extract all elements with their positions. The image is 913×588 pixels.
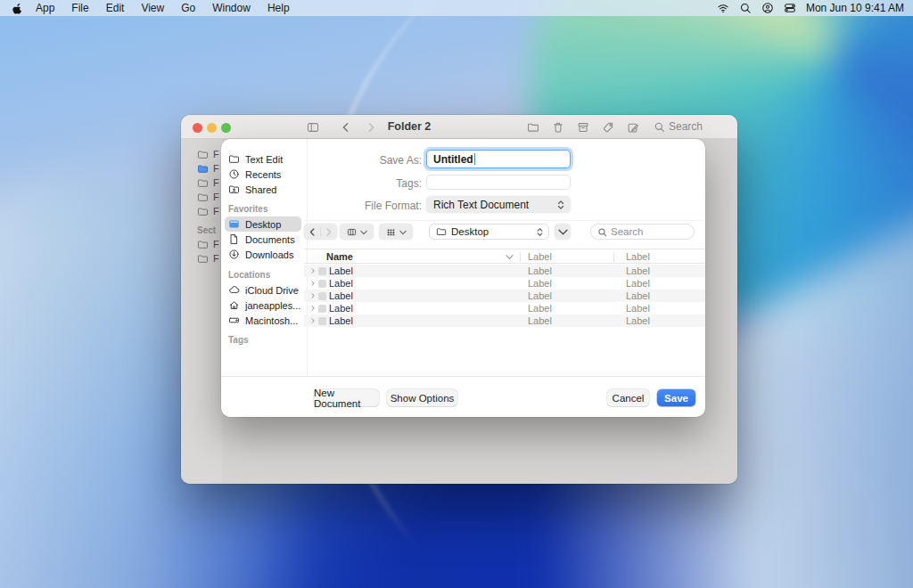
menu-item[interactable]: File: [71, 2, 88, 14]
cell-label2: Label: [528, 265, 552, 276]
compose-icon[interactable]: [627, 121, 639, 134]
forward-button[interactable]: [321, 224, 337, 240]
sidebar-folder-label: F: [213, 163, 219, 174]
sidebar-folder-label: F: [213, 149, 219, 159]
chevron-down-icon: [399, 224, 407, 240]
sidebar-folder-item[interactable]: F: [181, 190, 222, 204]
expand-button[interactable]: [555, 224, 571, 240]
sidebar-item[interactable]: Recents: [225, 167, 301, 182]
download-icon: [228, 249, 240, 260]
sidebar-toggle-icon[interactable]: [307, 121, 319, 134]
search-icon[interactable]: [739, 2, 752, 14]
browser-search[interactable]: Search: [590, 224, 695, 240]
sidebar-item-label: Macintosh...: [245, 315, 298, 326]
file-format-dropdown[interactable]: Rich Text Document: [426, 196, 571, 213]
table-row[interactable]: Label Label Label: [304, 265, 705, 277]
cell-label2: Label: [528, 278, 552, 289]
sidebar-folder-item[interactable]: F: [181, 161, 222, 176]
minimize-button[interactable]: [207, 123, 217, 133]
column-divider: [520, 252, 521, 262]
sidebar-item[interactable]: Desktop: [225, 216, 301, 232]
save-dialog: Text Edit Recents Shared Favorites: [221, 139, 705, 417]
trash-icon[interactable]: [552, 121, 564, 134]
text-caret: [474, 153, 476, 165]
window-search[interactable]: Search: [654, 120, 703, 133]
menu-item[interactable]: Edit: [106, 2, 125, 14]
sidebar-folder-item[interactable]: F: [181, 251, 222, 265]
disclosure-chevron-icon[interactable]: [309, 280, 317, 287]
window-sidebar-items: F F F F: [181, 147, 222, 218]
menu-clock[interactable]: Mon Jun 10 9:41 AM: [806, 2, 904, 14]
sidebar-folder-item[interactable]: F: [181, 147, 222, 161]
column-view-icon: [347, 227, 357, 237]
sidebar-top-items: Text Edit Recents Shared: [221, 151, 307, 197]
column-header-name[interactable]: Name: [326, 251, 353, 262]
sidebar-item[interactable]: janeapples...: [225, 298, 301, 313]
sort-chevron-icon[interactable]: [506, 253, 514, 261]
sidebar-item[interactable]: Documents: [225, 232, 301, 247]
zoom-button[interactable]: [221, 123, 231, 133]
location-dropdown[interactable]: Desktop: [429, 224, 549, 240]
search-placeholder: Search: [669, 120, 703, 133]
menu-item[interactable]: Help: [267, 2, 290, 14]
new-document-button[interactable]: New Document: [314, 389, 379, 406]
window-sidebar-section-items: F F: [181, 237, 222, 265]
folder-icon[interactable]: [527, 121, 539, 134]
tags-input[interactable]: [426, 175, 571, 190]
sidebar-item[interactable]: iCloud Drive: [225, 282, 301, 298]
browser-toolbar: Desktop Search: [304, 224, 705, 241]
apple-menu-icon[interactable]: [12, 3, 23, 14]
folder-icon: [197, 192, 209, 203]
disclosure-chevron-icon[interactable]: [309, 305, 317, 312]
sidebar-item[interactable]: Text Edit: [225, 151, 301, 167]
save-button[interactable]: Save: [657, 389, 695, 406]
sidebar-folder-item[interactable]: F: [181, 237, 222, 251]
sidebar-folder-item[interactable]: F: [181, 204, 222, 218]
cancel-button[interactable]: Cancel: [607, 389, 649, 406]
show-options-button[interactable]: Show Options: [387, 389, 457, 406]
disk-icon: [228, 314, 240, 326]
table-row[interactable]: Label Label Label: [304, 302, 705, 314]
save-as-input[interactable]: Untitled: [426, 150, 571, 168]
sidebar-item-label: janeapples...: [245, 300, 300, 311]
folder-icon: [197, 149, 209, 160]
table-row[interactable]: Label Label Label: [304, 314, 705, 327]
user-icon[interactable]: [761, 2, 774, 14]
column-header-label2[interactable]: Label: [528, 251, 552, 262]
sidebar-folder-label: F: [213, 192, 219, 202]
archive-icon[interactable]: [577, 121, 589, 134]
disclosure-chevron-icon[interactable]: [309, 317, 317, 324]
column-header-label3[interactable]: Label: [626, 251, 650, 262]
column-view-button[interactable]: [340, 224, 374, 240]
tags-label: Tags:: [340, 177, 422, 190]
app-menus: AppFileEditViewGoWindowHelp: [36, 2, 290, 14]
cell-label3: Label: [626, 290, 650, 301]
close-button[interactable]: [193, 123, 202, 133]
menu-item[interactable]: View: [141, 2, 164, 14]
status-icons: [717, 2, 796, 14]
cell-name: Label: [329, 303, 353, 314]
table-header: Name Label Label: [304, 249, 705, 264]
sidebar-item[interactable]: Shared: [225, 182, 301, 197]
divider: [304, 220, 705, 221]
sidebar-folder-item[interactable]: F: [181, 176, 222, 190]
table-row[interactable]: Label Label Label: [304, 290, 705, 302]
group-view-button[interactable]: [379, 224, 413, 240]
disclosure-chevron-icon[interactable]: [309, 292, 317, 299]
sidebar-item[interactable]: Macintosh...: [225, 313, 301, 328]
search-icon: [654, 121, 665, 133]
menu-item[interactable]: App: [36, 2, 54, 14]
tag-icon[interactable]: [602, 121, 614, 134]
file-icon: [318, 292, 326, 300]
back-button[interactable]: [304, 224, 320, 240]
menu-item[interactable]: Window: [212, 2, 251, 14]
table-row[interactable]: Label Label Label: [304, 277, 705, 290]
sidebar-item[interactable]: Downloads: [225, 247, 301, 262]
back-button[interactable]: [340, 121, 352, 134]
control-center-icon[interactable]: [784, 2, 796, 14]
cloud-icon: [228, 284, 240, 296]
wifi-icon[interactable]: [717, 2, 729, 14]
disclosure-chevron-icon[interactable]: [309, 267, 317, 274]
sidebar-folder-label: F: [213, 177, 219, 188]
menu-item[interactable]: Go: [181, 2, 195, 14]
